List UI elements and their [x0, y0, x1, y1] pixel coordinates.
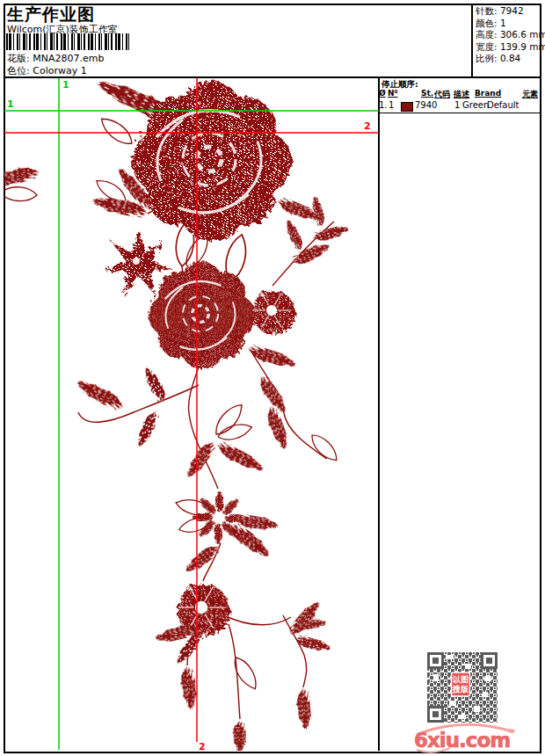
watermark-text: 6xiu.com — [414, 729, 510, 752]
col-header-number: N⁰ — [388, 89, 397, 98]
qr-center-seal: 以图 搜版 — [452, 672, 470, 696]
color-count: 颜色: 1 — [476, 18, 542, 30]
col-header-brand: Brand — [475, 89, 501, 98]
cell-stitches: 7940 — [415, 100, 437, 110]
cell-brand: Default — [487, 100, 520, 110]
stitch-count: 针数: 7942 — [476, 5, 542, 18]
colorway-value: Colorway 1 — [33, 65, 86, 76]
col-header-stitches: St. — [421, 89, 433, 98]
design-width: 宽度: 139.9 mm — [476, 41, 542, 54]
rose-medium — [147, 260, 254, 367]
cell-number: 1 — [389, 100, 394, 110]
table-bottom-rule — [378, 113, 541, 113]
pattern-label: 花版: — [7, 53, 30, 64]
col-header-seq: Ø — [379, 89, 386, 98]
guide-label-left: 1 — [7, 98, 14, 110]
embroidery-artwork — [4, 79, 348, 751]
guide-label-right: 2 — [364, 120, 371, 132]
qr-code: 以图 搜版 — [423, 648, 502, 727]
seal-text-line2: 搜版 — [452, 685, 469, 694]
colorway-label: 色位: — [7, 65, 30, 76]
pattern-value: MNA2807.emb — [33, 53, 104, 64]
cell-code: 1 — [454, 100, 460, 110]
cell-seq: 1. — [379, 100, 388, 110]
pom-flower-right — [250, 288, 294, 332]
embroidery-design-canvas: 1 1 2 2 — [4, 78, 379, 751]
colorway-line: 色位: Colorway 1 — [7, 64, 87, 77]
site-watermark: 6xiu.com — [411, 721, 520, 754]
thread-color-swatch — [401, 102, 413, 112]
seal-text-line1: 以图 — [453, 675, 469, 684]
guide-label-top: 1 — [62, 79, 69, 91]
guide-label-bottom: 2 — [199, 741, 206, 751]
info-divider — [471, 4, 473, 78]
col-header-code: 代码 — [434, 89, 450, 100]
pom-flower-bottom — [175, 581, 227, 633]
design-scale: 比例: 0.84 — [476, 53, 542, 65]
cell-description: Green — [462, 100, 489, 110]
pattern-file-line: 花版: MNA2807.emb — [7, 52, 104, 65]
design-height: 高度: 306.6 mm — [476, 29, 542, 41]
worksheet-page: 生产作业图 Wilcom(汇京)装饰工作室 花版: MNA2807.emb 色位… — [0, 0, 545, 756]
col-header-description: 描述 — [454, 89, 469, 100]
design-info-panel: 针数: 7942 颜色: 1 高度: 306.6 mm 宽度: 139.9 mm… — [476, 5, 542, 65]
barcode — [6, 33, 129, 50]
col-header-element: 元素 — [522, 89, 538, 100]
